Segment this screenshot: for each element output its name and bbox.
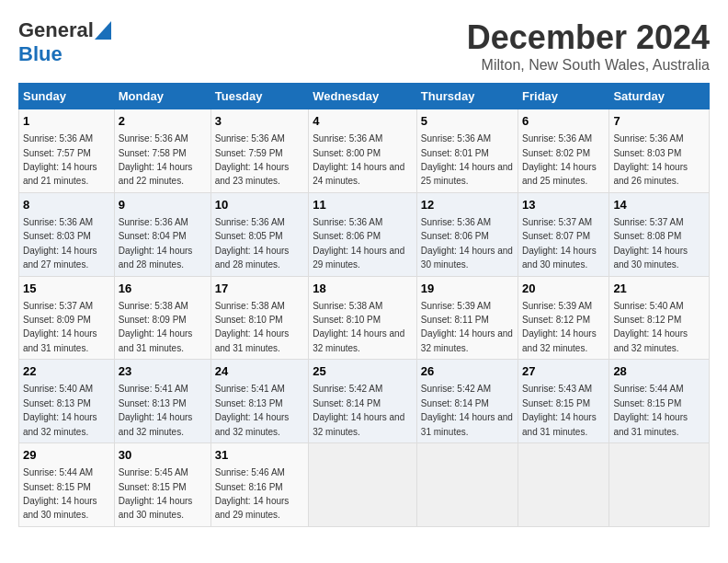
day-sunset: Sunset: 8:04 PM xyxy=(119,231,187,241)
table-row: 14 Sunrise: 5:37 AM Sunset: 8:08 PM Dayl… xyxy=(609,192,710,276)
day-sunset: Sunset: 7:59 PM xyxy=(215,148,283,158)
day-number: 9 xyxy=(119,197,207,213)
day-sunrise: Sunrise: 5:38 AM xyxy=(313,301,382,311)
day-number: 31 xyxy=(215,447,304,464)
day-sunrise: Sunrise: 5:39 AM xyxy=(522,301,592,311)
day-sunset: Sunset: 7:57 PM xyxy=(23,148,91,158)
day-daylight: Daylight: 14 hours and 32 minutes. xyxy=(23,412,97,436)
table-row: 4 Sunrise: 5:36 AM Sunset: 8:00 PM Dayli… xyxy=(309,109,417,193)
day-sunrise: Sunrise: 5:41 AM xyxy=(119,384,188,394)
day-daylight: Daylight: 14 hours and 31 minutes. xyxy=(522,412,597,436)
day-sunrise: Sunrise: 5:46 AM xyxy=(215,467,285,477)
table-row: 12 Sunrise: 5:36 AM Sunset: 8:06 PM Dayl… xyxy=(416,192,518,276)
day-sunrise: Sunrise: 5:43 AM xyxy=(522,384,592,394)
day-sunrise: Sunrise: 5:38 AM xyxy=(215,301,285,311)
day-sunset: Sunset: 8:09 PM xyxy=(23,315,91,325)
day-daylight: Daylight: 14 hours and 24 minutes. xyxy=(313,162,404,186)
day-daylight: Daylight: 14 hours and 31 minutes. xyxy=(421,412,513,436)
day-number: 25 xyxy=(313,363,413,380)
day-sunset: Sunset: 8:10 PM xyxy=(313,315,381,325)
day-sunset: Sunset: 8:08 PM xyxy=(613,231,681,241)
day-sunset: Sunset: 8:10 PM xyxy=(215,315,283,325)
day-number: 19 xyxy=(421,281,514,297)
day-daylight: Daylight: 14 hours and 25 minutes. xyxy=(421,162,513,186)
day-daylight: Daylight: 14 hours and 31 minutes. xyxy=(23,328,97,352)
day-sunset: Sunset: 8:03 PM xyxy=(23,231,91,241)
day-daylight: Daylight: 14 hours and 32 minutes. xyxy=(421,328,513,352)
table-row xyxy=(609,443,710,527)
day-daylight: Daylight: 14 hours and 22 minutes. xyxy=(119,162,193,186)
page-header: General Blue December 2024 Milton, New S… xyxy=(18,18,710,74)
day-sunset: Sunset: 8:13 PM xyxy=(119,398,187,408)
day-daylight: Daylight: 14 hours and 32 minutes. xyxy=(613,328,688,352)
table-row: 1 Sunrise: 5:36 AM Sunset: 7:57 PM Dayli… xyxy=(19,109,115,193)
day-sunrise: Sunrise: 5:36 AM xyxy=(215,217,285,227)
day-number: 5 xyxy=(421,113,514,130)
day-number: 30 xyxy=(119,447,207,464)
logo: General Blue xyxy=(18,18,111,66)
table-row: 13 Sunrise: 5:37 AM Sunset: 8:07 PM Dayl… xyxy=(518,192,609,276)
day-daylight: Daylight: 14 hours and 28 minutes. xyxy=(215,246,290,270)
table-row: 21 Sunrise: 5:40 AM Sunset: 8:12 PM Dayl… xyxy=(609,276,710,360)
day-sunset: Sunset: 8:16 PM xyxy=(215,482,283,492)
table-row: 6 Sunrise: 5:36 AM Sunset: 8:02 PM Dayli… xyxy=(518,109,609,193)
day-daylight: Daylight: 14 hours and 31 minutes. xyxy=(613,412,688,436)
header-wednesday: Wednesday xyxy=(309,84,417,109)
table-row: 2 Sunrise: 5:36 AM Sunset: 7:58 PM Dayli… xyxy=(114,109,210,193)
day-sunrise: Sunrise: 5:36 AM xyxy=(313,133,382,144)
day-daylight: Daylight: 14 hours and 32 minutes. xyxy=(215,412,290,436)
calendar-week-row: 8 Sunrise: 5:36 AM Sunset: 8:03 PM Dayli… xyxy=(19,192,710,276)
table-row: 5 Sunrise: 5:36 AM Sunset: 8:01 PM Dayli… xyxy=(416,109,518,193)
day-number: 18 xyxy=(313,281,413,297)
table-row: 15 Sunrise: 5:37 AM Sunset: 8:09 PM Dayl… xyxy=(19,276,115,360)
day-sunrise: Sunrise: 5:36 AM xyxy=(613,133,683,144)
day-sunrise: Sunrise: 5:36 AM xyxy=(119,217,188,227)
day-sunset: Sunset: 8:09 PM xyxy=(119,315,187,325)
day-sunrise: Sunrise: 5:36 AM xyxy=(23,133,93,144)
table-row: 24 Sunrise: 5:41 AM Sunset: 8:13 PM Dayl… xyxy=(210,360,308,443)
day-number: 8 xyxy=(23,197,110,213)
day-sunrise: Sunrise: 5:42 AM xyxy=(421,384,491,394)
day-number: 29 xyxy=(23,447,110,464)
table-row: 22 Sunrise: 5:40 AM Sunset: 8:13 PM Dayl… xyxy=(19,360,115,443)
table-row: 8 Sunrise: 5:36 AM Sunset: 8:03 PM Dayli… xyxy=(19,192,115,276)
day-number: 22 xyxy=(23,363,110,380)
day-sunrise: Sunrise: 5:37 AM xyxy=(613,217,683,227)
table-row: 19 Sunrise: 5:39 AM Sunset: 8:11 PM Dayl… xyxy=(416,276,518,360)
day-number: 26 xyxy=(421,363,514,380)
day-daylight: Daylight: 14 hours and 32 minutes. xyxy=(313,412,404,436)
day-sunrise: Sunrise: 5:44 AM xyxy=(23,467,93,477)
header-friday: Friday xyxy=(518,84,609,109)
calendar-week-row: 15 Sunrise: 5:37 AM Sunset: 8:09 PM Dayl… xyxy=(19,276,710,360)
day-sunset: Sunset: 8:12 PM xyxy=(613,315,681,325)
day-sunrise: Sunrise: 5:40 AM xyxy=(23,384,93,394)
day-daylight: Daylight: 14 hours and 30 minutes. xyxy=(522,246,597,270)
day-number: 10 xyxy=(215,197,304,213)
day-daylight: Daylight: 14 hours and 28 minutes. xyxy=(119,246,193,270)
table-row: 16 Sunrise: 5:38 AM Sunset: 8:09 PM Dayl… xyxy=(114,276,210,360)
day-number: 1 xyxy=(23,113,110,130)
day-sunrise: Sunrise: 5:36 AM xyxy=(421,217,491,227)
day-sunset: Sunset: 8:15 PM xyxy=(119,482,187,492)
table-row: 27 Sunrise: 5:43 AM Sunset: 8:15 PM Dayl… xyxy=(518,360,609,443)
day-sunrise: Sunrise: 5:37 AM xyxy=(522,217,592,227)
day-sunrise: Sunrise: 5:36 AM xyxy=(421,133,491,144)
day-daylight: Daylight: 14 hours and 30 minutes. xyxy=(421,246,513,270)
title-area: December 2024 Milton, New South Wales, A… xyxy=(467,18,710,74)
day-sunset: Sunset: 8:01 PM xyxy=(421,148,489,158)
day-daylight: Daylight: 14 hours and 29 minutes. xyxy=(313,246,404,270)
table-row: 28 Sunrise: 5:44 AM Sunset: 8:15 PM Dayl… xyxy=(609,360,710,443)
day-daylight: Daylight: 14 hours and 26 minutes. xyxy=(613,162,688,186)
calendar-header-row: Sunday Monday Tuesday Wednesday Thursday… xyxy=(19,84,710,109)
table-row: 3 Sunrise: 5:36 AM Sunset: 7:59 PM Dayli… xyxy=(210,109,308,193)
day-number: 12 xyxy=(421,197,514,213)
day-number: 6 xyxy=(522,113,605,130)
day-sunset: Sunset: 8:14 PM xyxy=(313,398,381,408)
table-row: 7 Sunrise: 5:36 AM Sunset: 8:03 PM Dayli… xyxy=(609,109,710,193)
day-sunset: Sunset: 8:13 PM xyxy=(23,398,91,408)
table-row: 31 Sunrise: 5:46 AM Sunset: 8:16 PM Dayl… xyxy=(210,443,308,527)
day-number: 14 xyxy=(613,197,705,213)
table-row xyxy=(309,443,417,527)
day-sunrise: Sunrise: 5:36 AM xyxy=(215,133,285,144)
calendar-week-row: 22 Sunrise: 5:40 AM Sunset: 8:13 PM Dayl… xyxy=(19,360,710,443)
